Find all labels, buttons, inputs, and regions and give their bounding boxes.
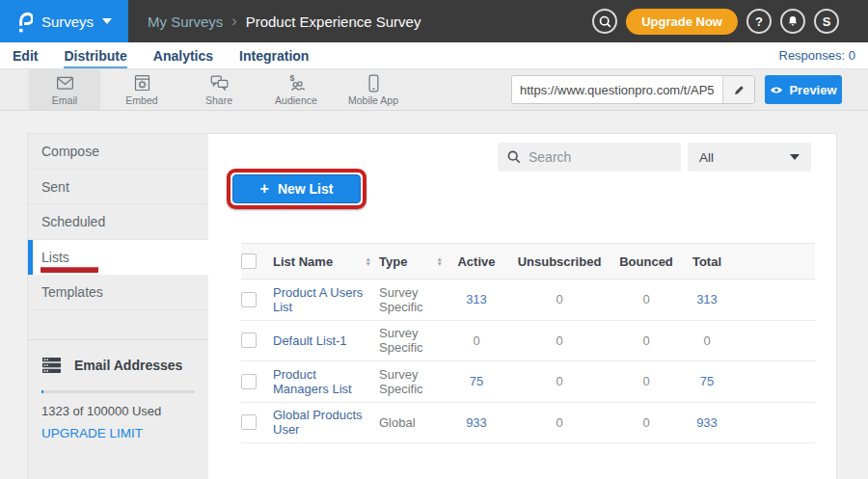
column-unsubscribed: Unsubscribed bbox=[502, 254, 616, 269]
select-all-checkbox[interactable] bbox=[241, 253, 257, 269]
cell-total[interactable]: 933 bbox=[676, 415, 738, 430]
search-box bbox=[498, 143, 681, 172]
channel-label: Share bbox=[205, 94, 232, 106]
cell-type: Survey Specific bbox=[379, 367, 443, 396]
question-mark-icon: ? bbox=[755, 14, 763, 29]
email-addresses-block: Email Addresses 1323 of 100000 Used UPGR… bbox=[28, 340, 208, 440]
email-addresses-icon bbox=[41, 357, 62, 374]
cell-list-name[interactable]: Default List-1 bbox=[273, 333, 347, 348]
upgrade-now-button[interactable]: Upgrade Now bbox=[626, 9, 738, 35]
cell-bounced: 0 bbox=[616, 415, 676, 430]
eye-icon bbox=[770, 85, 783, 95]
tab-distribute[interactable]: Distribute bbox=[64, 42, 126, 68]
questionpro-logo-icon bbox=[16, 11, 33, 33]
mobile-app-icon bbox=[364, 73, 384, 93]
cell-active[interactable]: 75 bbox=[450, 374, 502, 388]
tab-integration[interactable]: Integration bbox=[239, 42, 309, 68]
survey-nav-tabs: Edit Distribute Analytics Integration Re… bbox=[0, 42, 868, 69]
tab-analytics[interactable]: Analytics bbox=[153, 42, 213, 68]
sidebar-item-compose[interactable]: Compose bbox=[28, 134, 208, 170]
survey-url-input[interactable] bbox=[512, 76, 722, 103]
column-bounced: Bounced bbox=[616, 254, 676, 269]
column-total: Total bbox=[676, 254, 738, 269]
preview-button[interactable]: Preview bbox=[765, 75, 842, 104]
cell-list-name[interactable]: Product A Users List bbox=[273, 285, 371, 314]
survey-url-group bbox=[511, 75, 755, 104]
page-background: Compose Sent Scheduled Lists Templates bbox=[0, 111, 868, 479]
edit-url-button[interactable] bbox=[722, 76, 754, 103]
sidebar-item-scheduled[interactable]: Scheduled bbox=[28, 204, 208, 240]
sort-icon[interactable]: ▲▼ bbox=[366, 256, 371, 266]
sidebar-item-sent[interactable]: Sent bbox=[28, 170, 208, 205]
new-list-button[interactable]: + New List bbox=[232, 174, 361, 203]
responses-count[interactable]: Responses: 0 bbox=[779, 48, 868, 63]
table-row: Product Managers List Survey Specific 75… bbox=[241, 361, 815, 403]
email-addresses-title: Email Addresses bbox=[74, 358, 182, 373]
cell-bounced: 0 bbox=[616, 333, 676, 348]
channel-mobile-app[interactable]: Mobile App bbox=[338, 69, 409, 110]
search-icon bbox=[507, 150, 521, 164]
row-checkbox[interactable] bbox=[241, 333, 257, 348]
channel-email[interactable]: Email bbox=[29, 69, 100, 110]
avatar[interactable]: S bbox=[814, 9, 839, 34]
row-checkbox[interactable] bbox=[241, 414, 257, 430]
cell-total[interactable]: 0 bbox=[676, 333, 738, 348]
notifications-button[interactable] bbox=[780, 9, 805, 34]
table-row: Global Products User Global 933 0 0 933 bbox=[241, 403, 815, 444]
channel-audience[interactable]: $ Audience bbox=[260, 69, 332, 110]
channel-label: Email bbox=[52, 94, 77, 106]
channel-embed[interactable]: Embed bbox=[106, 69, 177, 110]
email-usage-progress bbox=[41, 390, 195, 393]
list-filter-dropdown[interactable]: All bbox=[688, 143, 811, 172]
cell-unsubscribed: 0 bbox=[502, 333, 616, 348]
cell-active[interactable]: 933 bbox=[450, 415, 502, 430]
cell-total[interactable]: 313 bbox=[676, 292, 738, 306]
distribute-toolbar: Email Embed Share $ bbox=[0, 69, 868, 111]
cell-unsubscribed: 0 bbox=[502, 292, 616, 306]
cell-bounced: 0 bbox=[616, 292, 676, 306]
list-table-body: Product A Users List Survey Specific 313… bbox=[241, 279, 815, 443]
breadcrumb-my-surveys[interactable]: My Surveys bbox=[148, 13, 223, 30]
annotation-underline bbox=[41, 267, 98, 273]
search-input[interactable] bbox=[529, 149, 703, 165]
embed-icon bbox=[132, 73, 152, 93]
email-icon bbox=[55, 73, 75, 93]
row-checkbox[interactable] bbox=[241, 374, 257, 389]
email-lists-card: Compose Sent Scheduled Lists Templates bbox=[27, 133, 837, 479]
cell-active[interactable]: 0 bbox=[450, 333, 502, 348]
help-button[interactable]: ? bbox=[746, 9, 772, 34]
cell-type: Survey Specific bbox=[379, 285, 443, 314]
filter-value: All bbox=[699, 150, 714, 165]
plus-icon: + bbox=[260, 180, 269, 198]
share-icon bbox=[209, 73, 230, 93]
search-icon bbox=[598, 14, 612, 29]
channel-label: Embed bbox=[125, 94, 157, 106]
product-label: Surveys bbox=[41, 13, 94, 30]
toolbar-right: Preview bbox=[511, 69, 868, 110]
cell-total[interactable]: 75 bbox=[676, 374, 738, 388]
email-usage-progress-fill bbox=[41, 390, 43, 393]
chevron-down-icon bbox=[102, 18, 112, 24]
cell-list-name[interactable]: Global Products User bbox=[273, 408, 371, 437]
tab-edit[interactable]: Edit bbox=[13, 42, 38, 68]
column-active: Active bbox=[450, 254, 502, 269]
email-sidebar: Compose Sent Scheduled Lists Templates bbox=[28, 134, 208, 479]
channel-share[interactable]: Share bbox=[183, 69, 255, 110]
email-usage-text: 1323 of 100000 Used bbox=[41, 404, 195, 418]
audience-icon: $ bbox=[286, 73, 307, 93]
sidebar-item-lists[interactable]: Lists bbox=[28, 240, 208, 276]
search-button[interactable] bbox=[592, 9, 617, 34]
sort-icon[interactable]: ▲▼ bbox=[437, 256, 443, 266]
cell-list-name[interactable]: Product Managers List bbox=[273, 367, 371, 396]
new-list-label: New List bbox=[278, 181, 334, 197]
cell-type: Survey Specific bbox=[379, 326, 443, 355]
surveys-product-menu[interactable]: Surveys bbox=[0, 0, 128, 42]
sidebar-item-templates[interactable]: Templates bbox=[28, 275, 208, 310]
column-type: Type bbox=[379, 254, 407, 269]
annotation-highlight-ring: + New List bbox=[227, 169, 366, 209]
row-checkbox[interactable] bbox=[241, 292, 257, 307]
cell-active[interactable]: 313 bbox=[450, 292, 502, 306]
upgrade-limit-link[interactable]: UPGRADE LIMIT bbox=[41, 426, 195, 440]
cell-bounced: 0 bbox=[616, 374, 676, 388]
table-row: Product A Users List Survey Specific 313… bbox=[241, 279, 815, 321]
